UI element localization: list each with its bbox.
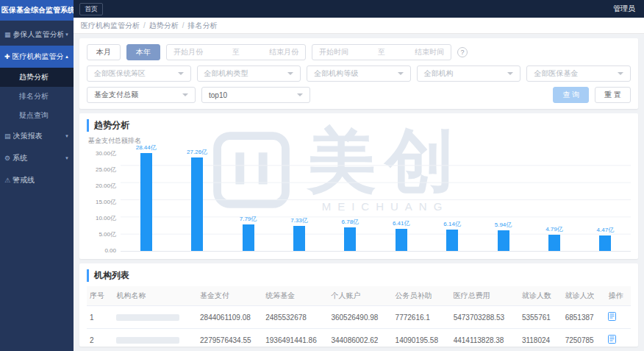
content: 本月 本年 开始月份 至 结束月份 开始时间 至 结束时间 ? 全部医保统筹区全…: [74, 34, 644, 351]
chart-bar-slot: 6.78亿: [325, 149, 376, 251]
y-tick-label: 20.00亿: [96, 183, 116, 189]
submenu-item[interactable]: 排名分析: [0, 87, 74, 106]
column-header: 就诊人数: [519, 286, 562, 306]
filter-select[interactable]: 全部机构: [417, 65, 521, 82]
filter-panel: 本月 本年 开始月份 至 结束月份 开始时间 至 结束时间 ? 全部医保统筹区全…: [79, 38, 638, 109]
bar-value-label: 6.78亿: [342, 218, 359, 226]
table-row: 22279576434.551936491441.86344086002.621…: [87, 329, 631, 347]
chart-bar: [446, 230, 458, 251]
table-row: 12844061109.082485532678360526490.987772…: [87, 306, 631, 329]
cell-institution-name: [113, 306, 197, 329]
metric-select-value: 基金支付总额: [94, 90, 138, 100]
reset-button[interactable]: 重 置: [595, 87, 631, 103]
chart-plot-area: 28.44亿27.26亿7.79亿7.33亿6.78亿6.41亿6.14亿5.9…: [121, 149, 631, 252]
column-header: 医疗总费用: [451, 286, 519, 306]
sidebar-item-label: 参保人监管分析: [13, 29, 64, 40]
breadcrumb-item[interactable]: 趋势分析: [149, 21, 179, 31]
institution-list-section: 机构列表 序号机构名称基金支付统筹基金个人账户公务员补助医疗总费用就诊人数就诊人…: [79, 263, 638, 347]
chevron-down-icon: ▼: [65, 32, 69, 37]
sidebar-item-label: 决策报表: [13, 131, 64, 141]
sidebar: 医保基金综合监管系统 ▦参保人监管分析▼✚医疗机构监管分析▲趋势分析排名分析疑点…: [0, 0, 74, 351]
submenu-item[interactable]: 趋势分析: [0, 68, 74, 87]
sidebar-item[interactable]: ⚠警戒线: [0, 169, 74, 191]
this-year-button[interactable]: 本年: [126, 44, 160, 60]
end-month-placeholder: 结束月份: [269, 47, 298, 57]
filter-row-selects: 全部医保统筹区全部机构类型全部机构等级全部机构全部医保基金: [87, 65, 631, 82]
column-header: 公务员补助: [393, 286, 451, 306]
sidebar-item[interactable]: ✚医疗机构监管分析▲: [0, 46, 74, 68]
cell-actions: [605, 329, 631, 347]
y-tick-label: 5.00亿: [99, 232, 116, 238]
breadcrumb-separator: /: [143, 21, 146, 29]
breadcrumb-item[interactable]: 排名分析: [188, 21, 218, 31]
search-button[interactable]: 查 询: [553, 87, 589, 103]
cell-value: 1936491441.86: [262, 329, 328, 347]
detail-document-icon[interactable]: [608, 335, 616, 344]
chart-bar-slot: 4.79亿: [529, 149, 579, 251]
chart-bar-slot: 6.41亿: [376, 149, 426, 251]
submenu: 趋势分析排名分析疑点查询: [0, 68, 74, 125]
filter-select[interactable]: 全部机构等级: [307, 65, 411, 82]
column-header: 序号: [87, 286, 113, 306]
cell-actions: [605, 306, 631, 329]
column-header: 统筹基金: [262, 286, 328, 306]
filter-select-placeholder: 全部机构类型: [204, 68, 248, 79]
topn-select[interactable]: top10: [201, 87, 310, 103]
this-month-button[interactable]: 本月: [87, 44, 121, 60]
chevron-down-icon: ▼: [65, 156, 69, 160]
detail-document-icon[interactable]: [608, 312, 616, 321]
chart-bar-slot: 5.94亿: [478, 149, 529, 251]
institution-table: 序号机构名称基金支付统筹基金个人账户公务员补助医疗总费用就诊人数就诊人次操作12…: [87, 286, 631, 347]
user-name[interactable]: 管理员: [613, 4, 635, 14]
home-tab[interactable]: 首页: [79, 3, 103, 15]
bar-value-label: 4.47亿: [597, 226, 615, 234]
chart-bar-slot: 7.79亿: [223, 149, 273, 251]
bar-value-label: 28.44亿: [136, 143, 157, 152]
y-tick-label: 0.00: [104, 248, 116, 254]
main-area: 首页 管理员 医疗机构监管分析/趋势分析/排名分析 本月 本年 开始月份 至 结…: [74, 0, 644, 351]
chart-icon: ▦: [4, 31, 11, 38]
chart-axis-label: 基金支付总额排名: [88, 136, 631, 146]
sidebar-item[interactable]: ⚙系统▼: [0, 147, 74, 169]
chevron-down-icon: ▼: [65, 134, 69, 138]
app-title: 医保基金综合监管系统: [0, 0, 74, 21]
range-separator: 至: [378, 47, 385, 57]
topn-select-value: top10: [209, 91, 227, 99]
start-month-placeholder: 开始月份: [173, 47, 203, 57]
metric-select[interactable]: 基金支付总额: [87, 87, 196, 103]
sidebar-item-label: 警戒线: [12, 175, 69, 185]
chart-bar: [344, 227, 356, 251]
chevron-down-icon: [178, 72, 184, 75]
y-tick-label: 30.00亿: [96, 151, 116, 157]
month-range-picker[interactable]: 开始月份 至 结束月份: [166, 44, 306, 60]
y-tick-label: 25.00亿: [96, 167, 116, 173]
cell-value: 4414113828.38: [451, 329, 519, 347]
sidebar-item[interactable]: ▦参保人监管分析▼: [0, 24, 74, 46]
help-circle-icon[interactable]: ?: [457, 47, 468, 57]
sidebar-item[interactable]: ▤决策报表▼: [0, 125, 74, 147]
submenu-item[interactable]: 疑点查询: [0, 106, 74, 125]
chart-bar-slot: 6.14亿: [426, 149, 477, 251]
breadcrumb-separator: /: [182, 21, 185, 29]
bar-chart: 30.00亿25.00亿20.00亿15.00亿10.00亿5.00亿0.002…: [87, 149, 631, 252]
cell-value: 5355761: [519, 306, 562, 329]
filter-select[interactable]: 全部医保基金: [526, 65, 631, 82]
breadcrumb-item[interactable]: 医疗机构监管分析: [81, 21, 140, 31]
filter-select-placeholder: 全部医保统筹区: [94, 68, 146, 79]
column-header: 个人账户: [328, 286, 392, 306]
chevron-down-icon: [287, 72, 293, 75]
cell-seq: 2: [87, 329, 113, 347]
chart-bar: [140, 153, 152, 251]
chevron-down-icon: [297, 93, 303, 96]
column-header: 操作: [605, 286, 631, 306]
cell-value: 2485532678: [262, 306, 328, 329]
gear-icon: ⚙: [4, 155, 10, 162]
time-range-picker[interactable]: 开始时间 至 结束时间: [312, 44, 451, 60]
chevron-down-icon: [398, 72, 404, 75]
cell-value: 3118024: [519, 329, 562, 347]
app-root: 医保基金综合监管系统 ▦参保人监管分析▼✚医疗机构监管分析▲趋势分析排名分析疑点…: [0, 0, 644, 351]
column-header: 基金支付: [197, 286, 262, 306]
cell-institution-name: [113, 329, 197, 347]
filter-select[interactable]: 全部机构类型: [197, 65, 301, 82]
filter-select[interactable]: 全部医保统筹区: [87, 65, 191, 82]
